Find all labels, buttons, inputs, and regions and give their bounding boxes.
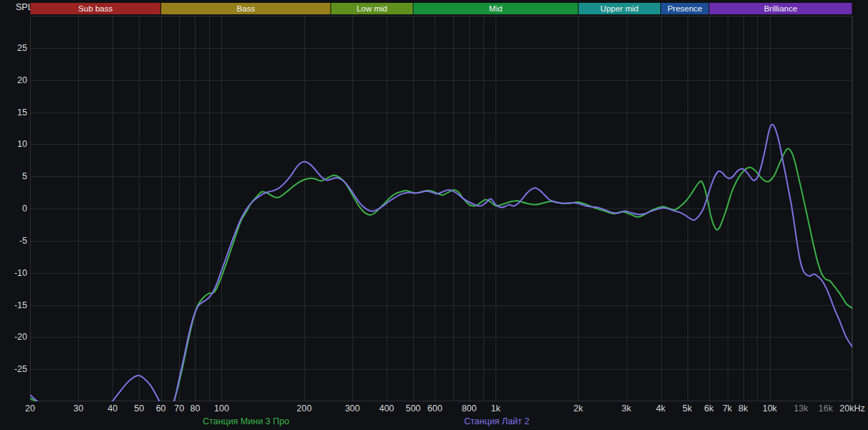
- frequency-response-chart: SPL Sub bassBassLow midMidUpper midPrese…: [0, 0, 868, 430]
- band-label: Brilliance: [764, 4, 798, 13]
- x-tick-label: 13k: [794, 403, 809, 414]
- x-tick-label: 16k: [819, 403, 834, 414]
- x-tick-label: 5k: [683, 403, 693, 414]
- y-tick-label: 20: [17, 75, 27, 85]
- band-label: Mid: [489, 4, 503, 13]
- legend-series-mini3pro: Станция Мини 3 Про: [203, 416, 289, 426]
- x-tick-label: 1k: [491, 403, 501, 414]
- x-tick-label: 80: [190, 403, 200, 414]
- curves-group: [30, 125, 852, 430]
- y-tick-label: 0: [22, 204, 27, 214]
- y-tick-label: 15: [17, 108, 27, 118]
- x-tick-label: 8k: [738, 403, 748, 414]
- x-tick-label: 20kHz: [839, 403, 864, 414]
- band-label: Upper mid: [600, 4, 638, 13]
- band-label: Sub bass: [78, 4, 112, 13]
- band-label: Presence: [667, 4, 703, 13]
- x-tick-label: 30: [73, 403, 83, 414]
- x-tick-label: 400: [379, 403, 394, 414]
- x-tick-label: 600: [428, 403, 443, 414]
- band-label: Bass: [236, 4, 255, 13]
- y-tick-label: -25: [14, 364, 27, 374]
- curve-series-1: [30, 125, 852, 424]
- y-tick-label: 25: [17, 43, 27, 53]
- band-label: Low mid: [357, 4, 387, 13]
- y-tick-label: 5: [22, 171, 27, 181]
- x-tick-label: 40: [107, 403, 117, 414]
- y-tick-label: -5: [19, 236, 27, 246]
- x-tick-label: 7k: [723, 403, 733, 414]
- y-tick-label: -20: [14, 332, 27, 342]
- curve-series-0: [30, 148, 852, 430]
- y-tick-label: -10: [14, 268, 27, 278]
- legend-series-lite2: Станция Лайт 2: [464, 416, 529, 426]
- x-tick-label: 70: [174, 403, 184, 414]
- x-tick-label: 6k: [704, 403, 714, 414]
- chart-canvas: Sub bassBassLow midMidUpper midPresenceB…: [0, 0, 868, 430]
- y-tick-label: -15: [14, 300, 27, 310]
- y-tick-label: 10: [17, 139, 27, 149]
- x-tick-label: 60: [156, 403, 166, 414]
- x-tick-label: 4k: [656, 403, 666, 414]
- x-tick-label: 500: [405, 403, 420, 414]
- x-tick-label: 300: [345, 403, 360, 414]
- x-tick-label: 2k: [574, 403, 584, 414]
- x-tick-label: 800: [462, 403, 477, 414]
- x-tick-label: 100: [214, 403, 229, 414]
- x-tick-label: 3k: [622, 403, 632, 414]
- x-tick-label: 10k: [763, 403, 778, 414]
- x-tick-label: 50: [134, 403, 144, 414]
- x-tick-label: 200: [296, 403, 312, 414]
- x-tick-label: 20: [25, 403, 35, 414]
